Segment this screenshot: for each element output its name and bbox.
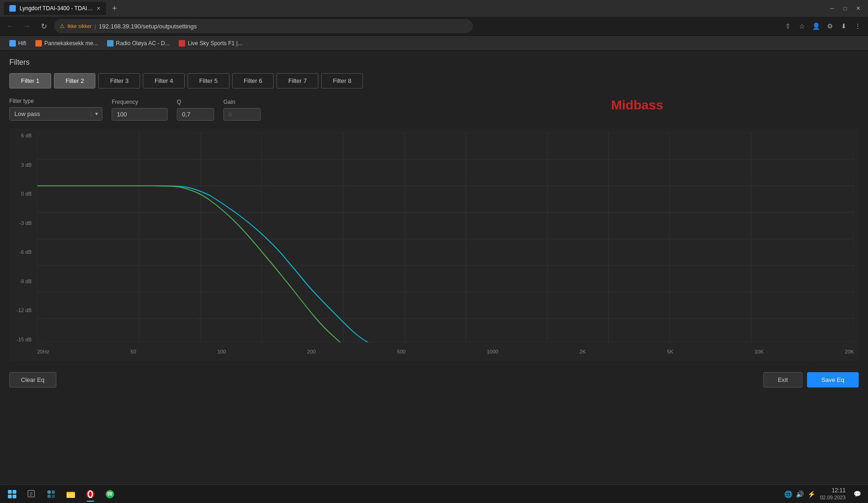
refresh-button[interactable]: ↻ [37,20,50,33]
y-label-3db: 3 dB [21,162,32,168]
taskbar-opera[interactable] [81,486,100,503]
back-button[interactable]: ← [4,20,17,33]
extensions-button[interactable]: ⚙ [823,20,836,33]
save-eq-button[interactable]: Save Eq [807,372,859,387]
window-controls: ─ □ ✕ [826,2,864,14]
download-button[interactable]: ⬇ [837,20,850,33]
new-tab-button[interactable]: + [108,2,121,15]
taskbar-apps [22,486,119,503]
opera-icon [85,489,95,499]
bookmarks-bar: Hifi Pannekakesekk me... Radio Oløya AC … [0,35,868,50]
forward-button[interactable]: → [20,20,34,33]
battery-icon: ⚡ [807,490,815,498]
clear-eq-button[interactable]: Clear Eq [9,372,56,387]
q-label: Q [177,99,214,105]
bookmark-sky-label: Live Sky Sports F1 |... [188,40,242,47]
taskbar-explorer[interactable] [61,486,80,503]
filter-type-select[interactable]: Low pass [10,108,91,120]
chart-svg [37,133,854,342]
chart-area: 6 dB 3 dB 0 dB -3 dB -6 dB -9 dB -12 dB … [9,128,859,361]
close-window-button[interactable]: ✕ [852,2,864,14]
svg-rect-27 [47,495,51,498]
taskbar-task-view[interactable] [42,486,61,503]
url-separator: | [94,23,96,30]
start-button[interactable] [4,486,20,503]
windows-icon [8,490,16,498]
clock-date: 02.09.2023 [820,494,846,501]
filter-3-button[interactable]: Filter 3 [98,73,140,88]
y-label-0db: 0 dB [21,191,32,197]
security-warning-text: Ikke sikker [67,23,92,29]
frequency-group: Frequency [112,99,168,121]
filter-2-button[interactable]: Filter 2 [54,73,96,88]
minimize-button[interactable]: ─ [826,2,838,14]
x-label-2k: 2K [579,349,585,354]
x-label-200: 200 [307,349,316,354]
filter-4-button[interactable]: Filter 4 [143,73,185,88]
browser-chrome: Lyngdorf TDAI-3400 - TDAI-3400 × + ─ □ ✕… [0,0,868,51]
x-axis: 20Hz 50 100 200 500 1000 2K 5K 10K 20K [37,344,854,359]
x-label-50: 50 [130,349,136,354]
chart-inner [37,133,854,342]
url-text: 192.168.39.190/setup/outputsettings [99,23,196,30]
tab-close-icon[interactable]: × [97,5,101,12]
filter-buttons: Filter 1 Filter 2 Filter 3 Filter 4 Filt… [9,73,859,88]
taskbar: 🌐 🔊 ⚡ 12:11 02.09.2023 💬 [0,484,868,503]
svg-rect-26 [52,490,55,494]
filter-1-button[interactable]: Filter 1 [9,73,51,88]
y-label-n12db: -12 dB [17,307,32,313]
browser-menu-button[interactable]: ⋮ [851,20,864,33]
url-box[interactable]: ⚠ Ikke sikker | 192.168.39.190/setup/out… [54,19,473,33]
task-view-icon [46,489,56,499]
y-label-n3db: -3 dB [20,220,32,226]
share-button[interactable]: ⇧ [781,20,794,33]
y-axis: 6 dB 3 dB 0 dB -3 dB -6 dB -9 dB -12 dB … [9,133,35,342]
bookmark-hifi-label: Hifi [18,40,26,47]
bookmark-button[interactable]: ☆ [795,20,808,33]
tab-bar: Lyngdorf TDAI-3400 - TDAI-3400 × + ─ □ ✕ [0,0,868,17]
filter-6-button[interactable]: Filter 6 [232,73,274,88]
bottom-bar: Clear Eq Exit Save Eq [9,368,859,391]
filter-8-button[interactable]: Filter 8 [321,73,363,88]
profile-button[interactable]: 👤 [809,20,822,33]
y-label-n9db: -9 dB [20,279,32,284]
svg-point-34 [106,490,114,498]
svg-rect-30 [67,493,75,498]
q-group: Q [177,99,214,121]
q-input[interactable] [177,108,214,121]
clock[interactable]: 12:11 02.09.2023 [820,487,846,501]
notification-button[interactable]: 💬 [850,487,864,501]
x-label-1000: 1000 [487,349,498,354]
bookmark-pannekake-icon [35,40,42,47]
x-label-20hz: 20Hz [37,349,49,354]
filter-5-button[interactable]: Filter 5 [188,73,229,88]
explorer-icon [66,489,76,499]
svg-rect-25 [47,490,51,494]
taskbar-search[interactable] [22,486,41,503]
x-label-20k: 20K [845,349,854,354]
bookmark-radio[interactable]: Radio Oløya AC - D... [103,38,173,49]
maximize-button[interactable]: □ [839,2,851,14]
exit-button[interactable]: Exit [763,372,802,387]
browser-tab-active[interactable]: Lyngdorf TDAI-3400 - TDAI-3400 × [4,2,106,15]
bookmark-sky[interactable]: Live Sky Sports F1 |... [175,38,246,49]
filter-type-group: Filter type Low pass ▼ [9,98,102,121]
gain-input[interactable] [223,108,261,121]
frequency-input[interactable] [112,108,168,121]
bookmark-pannekakesekk[interactable]: Pannekakesekk me... [32,38,101,49]
filter-type-dropdown-arrow[interactable]: ▼ [91,111,102,116]
bookmark-radio-icon [107,40,114,47]
filter-7-button[interactable]: Filter 7 [276,73,318,88]
bookmark-sky-icon [179,40,185,47]
filter-type-label: Filter type [9,98,102,104]
gain-group: Gain [223,99,261,121]
filter-type-select-wrap[interactable]: Low pass ▼ [9,107,102,121]
bottom-actions: Exit Save Eq [763,372,859,387]
bookmark-hifi[interactable]: Hifi [6,38,30,49]
x-label-500: 500 [397,349,405,354]
taskbar-spotify[interactable] [101,486,119,503]
x-label-100: 100 [217,349,226,354]
y-label-n6db: -6 dB [20,249,32,255]
gain-label: Gain [223,99,261,105]
filters-title: Filters [9,58,859,67]
